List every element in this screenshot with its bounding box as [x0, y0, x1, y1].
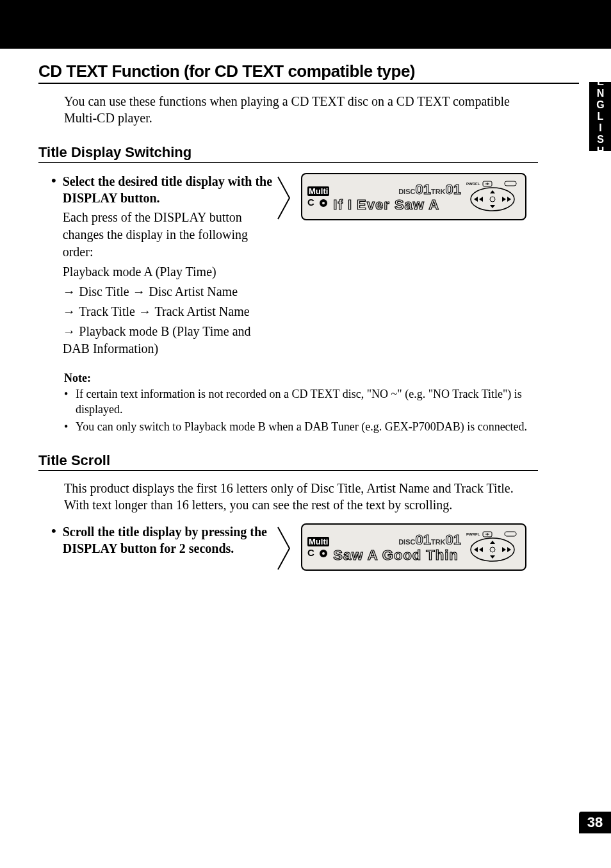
arrow-icon: →	[133, 284, 149, 299]
pointer-icon	[275, 176, 295, 220]
disc-icon	[320, 199, 327, 207]
section1-bullet-heading: Select the desired title display with th…	[63, 173, 275, 206]
page-number-badge: 38	[579, 812, 611, 833]
section2-left: • Scroll the title display by pressing t…	[51, 523, 275, 571]
bullet-icon: •	[51, 173, 56, 357]
main-heading-wrap: CD TEXT Function (for CD TEXT compatible…	[38, 61, 579, 84]
header-bar	[0, 0, 611, 49]
disc-trk-row: DISC01 TRK01	[398, 532, 461, 548]
pwrfl-label: PWRFL	[466, 182, 480, 186]
bullet-icon: •	[51, 523, 56, 557]
note-item-0-text: If certain text information is not recor…	[76, 386, 557, 418]
multi-label: Multi	[307, 186, 329, 196]
svg-rect-1	[505, 181, 516, 186]
note-heading: Note:	[64, 372, 557, 385]
pwrfl-label: PWRFL	[466, 532, 480, 536]
lcd-left-labels: Multi C	[307, 186, 329, 207]
section1-line-a: Playback mode A (Play Time)	[63, 263, 275, 281]
svg-point-3	[490, 197, 495, 202]
trk-lbl: TRK	[431, 188, 446, 195]
cd-label: C	[307, 548, 329, 557]
page: ENGLISH 38 CD TEXT Function (for CD TEXT…	[0, 0, 611, 868]
section2-heading: Title Scroll	[38, 452, 538, 471]
lcd-title-2: Saw A Good Thin	[333, 548, 458, 562]
lcd-left-labels: Multi C	[307, 537, 329, 557]
section1-seq3: → Playback mode B (Play Time and DAB Inf…	[63, 323, 275, 357]
cd-label: C	[307, 197, 329, 207]
section2-bullet: • Scroll the title display by pressing t…	[51, 523, 275, 557]
seq1b: Disc Artist Name	[149, 284, 238, 299]
section1-seq1: → Disc Title → Disc Artist Name	[63, 283, 275, 300]
disc-lbl: DISC	[398, 188, 415, 195]
note-item-0: • If certain text information is not rec…	[64, 386, 557, 418]
section1-left: • Select the desired title display with …	[51, 173, 275, 357]
trk-lbl: TRK	[431, 538, 446, 546]
svg-point-7	[490, 547, 495, 552]
arrow-icon: →	[63, 284, 79, 299]
lcd-display-2: Multi C DISC01 TRK01 Saw A Good Thin PWR…	[301, 523, 526, 571]
section2-bullet-heading: Scroll the title display by pressing the…	[63, 523, 275, 557]
arrow-icon: →	[63, 324, 79, 338]
seq2b: Track Artist Name	[154, 304, 249, 318]
nav-pad-icon: PWRFL	[465, 180, 520, 213]
section2-right: Multi C DISC01 TRK01 Saw A Good Thin PWR…	[275, 523, 579, 571]
pointer-icon	[275, 526, 295, 571]
content-area: CD TEXT Function (for CD TEXT compatible…	[0, 61, 611, 571]
section2-two-col: • Scroll the title display by pressing t…	[51, 523, 579, 571]
seq1a: Disc Title	[79, 284, 129, 299]
disc-lbl: DISC	[398, 538, 415, 546]
section1-two-col: • Select the desired title display with …	[51, 173, 579, 357]
arrow-icon: →	[138, 304, 155, 318]
arrow-icon: →	[63, 304, 79, 318]
main-heading: CD TEXT Function (for CD TEXT compatible…	[38, 61, 553, 83]
intro-paragraph: You can use these functions when playing…	[64, 93, 525, 126]
seq2a: Track Title	[79, 304, 135, 318]
seq3: Playback mode B (Play Time and DAB Infor…	[63, 324, 251, 356]
section1-right: Multi C DISC01 TRK01 If I Ever Saw A PWR…	[275, 173, 579, 357]
language-tab: ENGLISH	[589, 82, 611, 151]
note-item-1-text: You can only switch to Playback mode B w…	[76, 419, 527, 434]
section1-seq2: → Track Title → Track Artist Name	[63, 303, 275, 320]
disc-trk-row: DISC01 TRK01	[398, 181, 461, 198]
section2-intro: This product displays the first 16 lette…	[64, 480, 525, 513]
section1-body1: Each press of the DISPLAY button changes…	[63, 209, 275, 261]
lcd-title-1: If I Ever Saw A	[333, 198, 439, 212]
disc-num: 01	[415, 532, 430, 548]
trk-num: 01	[446, 532, 461, 548]
section1-heading: Title Display Switching	[38, 144, 538, 163]
lcd-mid: DISC01 TRK01 Saw A Good Thin	[333, 532, 461, 562]
multi-label: Multi	[307, 537, 329, 546]
disc-icon	[320, 550, 327, 557]
lcd-display-1: Multi C DISC01 TRK01 If I Ever Saw A PWR…	[301, 173, 526, 220]
section1-bullet: • Select the desired title display with …	[51, 173, 275, 357]
nav-pad-icon: PWRFL	[465, 530, 520, 564]
note-block: Note: • If certain text information is n…	[64, 372, 557, 434]
bullet-icon: •	[64, 386, 70, 418]
note-item-1: • You can only switch to Playback mode B…	[64, 419, 557, 434]
lcd-mid: DISC01 TRK01 If I Ever Saw A	[333, 181, 461, 212]
trk-num: 01	[446, 181, 461, 198]
disc-num: 01	[415, 181, 430, 198]
svg-rect-5	[505, 532, 516, 536]
bullet-icon: •	[64, 419, 70, 434]
